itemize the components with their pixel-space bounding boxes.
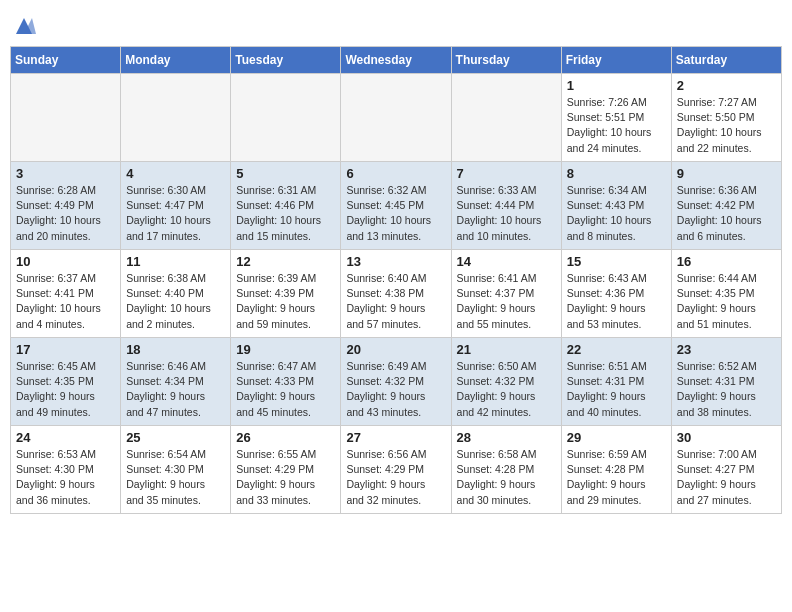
day-number: 16 <box>677 254 776 269</box>
calendar-cell: 18Sunrise: 6:46 AM Sunset: 4:34 PM Dayli… <box>121 338 231 426</box>
day-number: 15 <box>567 254 666 269</box>
day-number: 11 <box>126 254 225 269</box>
logo <box>10 14 36 38</box>
day-info: Sunrise: 6:30 AM Sunset: 4:47 PM Dayligh… <box>126 183 225 244</box>
week-row-0: 1Sunrise: 7:26 AM Sunset: 5:51 PM Daylig… <box>11 74 782 162</box>
weekday-header-wednesday: Wednesday <box>341 47 451 74</box>
calendar-cell <box>11 74 121 162</box>
week-row-4: 24Sunrise: 6:53 AM Sunset: 4:30 PM Dayli… <box>11 426 782 514</box>
calendar-cell: 29Sunrise: 6:59 AM Sunset: 4:28 PM Dayli… <box>561 426 671 514</box>
calendar-cell: 28Sunrise: 6:58 AM Sunset: 4:28 PM Dayli… <box>451 426 561 514</box>
calendar-cell: 24Sunrise: 6:53 AM Sunset: 4:30 PM Dayli… <box>11 426 121 514</box>
calendar-cell: 30Sunrise: 7:00 AM Sunset: 4:27 PM Dayli… <box>671 426 781 514</box>
day-number: 26 <box>236 430 335 445</box>
weekday-header-row: SundayMondayTuesdayWednesdayThursdayFrid… <box>11 47 782 74</box>
calendar-cell: 16Sunrise: 6:44 AM Sunset: 4:35 PM Dayli… <box>671 250 781 338</box>
day-number: 10 <box>16 254 115 269</box>
day-number: 2 <box>677 78 776 93</box>
calendar-cell: 1Sunrise: 7:26 AM Sunset: 5:51 PM Daylig… <box>561 74 671 162</box>
day-info: Sunrise: 6:53 AM Sunset: 4:30 PM Dayligh… <box>16 447 115 508</box>
day-info: Sunrise: 6:38 AM Sunset: 4:40 PM Dayligh… <box>126 271 225 332</box>
day-info: Sunrise: 7:27 AM Sunset: 5:50 PM Dayligh… <box>677 95 776 156</box>
week-row-3: 17Sunrise: 6:45 AM Sunset: 4:35 PM Dayli… <box>11 338 782 426</box>
page-header <box>10 10 782 38</box>
weekday-header-tuesday: Tuesday <box>231 47 341 74</box>
day-info: Sunrise: 6:40 AM Sunset: 4:38 PM Dayligh… <box>346 271 445 332</box>
calendar-cell: 10Sunrise: 6:37 AM Sunset: 4:41 PM Dayli… <box>11 250 121 338</box>
day-info: Sunrise: 6:43 AM Sunset: 4:36 PM Dayligh… <box>567 271 666 332</box>
logo-icon <box>12 14 36 38</box>
day-info: Sunrise: 6:52 AM Sunset: 4:31 PM Dayligh… <box>677 359 776 420</box>
day-info: Sunrise: 6:45 AM Sunset: 4:35 PM Dayligh… <box>16 359 115 420</box>
day-info: Sunrise: 6:55 AM Sunset: 4:29 PM Dayligh… <box>236 447 335 508</box>
calendar-cell: 4Sunrise: 6:30 AM Sunset: 4:47 PM Daylig… <box>121 162 231 250</box>
day-number: 23 <box>677 342 776 357</box>
calendar-cell: 13Sunrise: 6:40 AM Sunset: 4:38 PM Dayli… <box>341 250 451 338</box>
day-info: Sunrise: 6:28 AM Sunset: 4:49 PM Dayligh… <box>16 183 115 244</box>
day-info: Sunrise: 6:46 AM Sunset: 4:34 PM Dayligh… <box>126 359 225 420</box>
day-number: 6 <box>346 166 445 181</box>
calendar-cell: 6Sunrise: 6:32 AM Sunset: 4:45 PM Daylig… <box>341 162 451 250</box>
calendar-cell: 9Sunrise: 6:36 AM Sunset: 4:42 PM Daylig… <box>671 162 781 250</box>
day-number: 8 <box>567 166 666 181</box>
weekday-header-sunday: Sunday <box>11 47 121 74</box>
calendar-cell: 11Sunrise: 6:38 AM Sunset: 4:40 PM Dayli… <box>121 250 231 338</box>
calendar-cell <box>341 74 451 162</box>
calendar-cell: 27Sunrise: 6:56 AM Sunset: 4:29 PM Dayli… <box>341 426 451 514</box>
day-number: 14 <box>457 254 556 269</box>
day-number: 1 <box>567 78 666 93</box>
day-info: Sunrise: 6:54 AM Sunset: 4:30 PM Dayligh… <box>126 447 225 508</box>
calendar-cell: 15Sunrise: 6:43 AM Sunset: 4:36 PM Dayli… <box>561 250 671 338</box>
calendar-cell: 2Sunrise: 7:27 AM Sunset: 5:50 PM Daylig… <box>671 74 781 162</box>
day-number: 28 <box>457 430 556 445</box>
day-info: Sunrise: 7:26 AM Sunset: 5:51 PM Dayligh… <box>567 95 666 156</box>
day-info: Sunrise: 6:49 AM Sunset: 4:32 PM Dayligh… <box>346 359 445 420</box>
calendar-table: SundayMondayTuesdayWednesdayThursdayFrid… <box>10 46 782 514</box>
day-number: 22 <box>567 342 666 357</box>
calendar-cell: 3Sunrise: 6:28 AM Sunset: 4:49 PM Daylig… <box>11 162 121 250</box>
day-number: 13 <box>346 254 445 269</box>
day-info: Sunrise: 6:59 AM Sunset: 4:28 PM Dayligh… <box>567 447 666 508</box>
day-info: Sunrise: 6:37 AM Sunset: 4:41 PM Dayligh… <box>16 271 115 332</box>
calendar-cell: 19Sunrise: 6:47 AM Sunset: 4:33 PM Dayli… <box>231 338 341 426</box>
day-number: 9 <box>677 166 776 181</box>
day-info: Sunrise: 6:34 AM Sunset: 4:43 PM Dayligh… <box>567 183 666 244</box>
calendar-cell: 12Sunrise: 6:39 AM Sunset: 4:39 PM Dayli… <box>231 250 341 338</box>
day-info: Sunrise: 6:33 AM Sunset: 4:44 PM Dayligh… <box>457 183 556 244</box>
calendar-cell: 8Sunrise: 6:34 AM Sunset: 4:43 PM Daylig… <box>561 162 671 250</box>
day-info: Sunrise: 6:36 AM Sunset: 4:42 PM Dayligh… <box>677 183 776 244</box>
day-info: Sunrise: 6:50 AM Sunset: 4:32 PM Dayligh… <box>457 359 556 420</box>
day-info: Sunrise: 6:58 AM Sunset: 4:28 PM Dayligh… <box>457 447 556 508</box>
weekday-header-thursday: Thursday <box>451 47 561 74</box>
day-info: Sunrise: 6:56 AM Sunset: 4:29 PM Dayligh… <box>346 447 445 508</box>
calendar-cell: 14Sunrise: 6:41 AM Sunset: 4:37 PM Dayli… <box>451 250 561 338</box>
day-info: Sunrise: 6:32 AM Sunset: 4:45 PM Dayligh… <box>346 183 445 244</box>
calendar-cell <box>121 74 231 162</box>
calendar-cell: 20Sunrise: 6:49 AM Sunset: 4:32 PM Dayli… <box>341 338 451 426</box>
weekday-header-friday: Friday <box>561 47 671 74</box>
day-number: 20 <box>346 342 445 357</box>
day-number: 3 <box>16 166 115 181</box>
week-row-2: 10Sunrise: 6:37 AM Sunset: 4:41 PM Dayli… <box>11 250 782 338</box>
day-info: Sunrise: 7:00 AM Sunset: 4:27 PM Dayligh… <box>677 447 776 508</box>
day-number: 4 <box>126 166 225 181</box>
calendar-cell: 23Sunrise: 6:52 AM Sunset: 4:31 PM Dayli… <box>671 338 781 426</box>
day-number: 5 <box>236 166 335 181</box>
day-number: 19 <box>236 342 335 357</box>
day-number: 17 <box>16 342 115 357</box>
week-row-1: 3Sunrise: 6:28 AM Sunset: 4:49 PM Daylig… <box>11 162 782 250</box>
day-number: 21 <box>457 342 556 357</box>
day-info: Sunrise: 6:41 AM Sunset: 4:37 PM Dayligh… <box>457 271 556 332</box>
day-info: Sunrise: 6:51 AM Sunset: 4:31 PM Dayligh… <box>567 359 666 420</box>
calendar-cell: 21Sunrise: 6:50 AM Sunset: 4:32 PM Dayli… <box>451 338 561 426</box>
calendar-cell: 5Sunrise: 6:31 AM Sunset: 4:46 PM Daylig… <box>231 162 341 250</box>
day-number: 27 <box>346 430 445 445</box>
calendar-cell: 25Sunrise: 6:54 AM Sunset: 4:30 PM Dayli… <box>121 426 231 514</box>
day-number: 25 <box>126 430 225 445</box>
day-number: 12 <box>236 254 335 269</box>
day-info: Sunrise: 6:47 AM Sunset: 4:33 PM Dayligh… <box>236 359 335 420</box>
day-number: 30 <box>677 430 776 445</box>
weekday-header-saturday: Saturday <box>671 47 781 74</box>
day-info: Sunrise: 6:44 AM Sunset: 4:35 PM Dayligh… <box>677 271 776 332</box>
day-number: 29 <box>567 430 666 445</box>
